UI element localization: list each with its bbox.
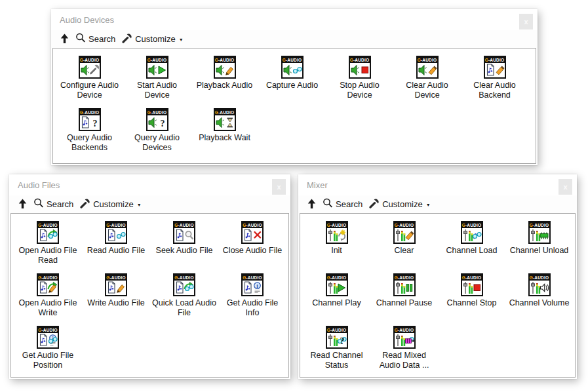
icon-art [106, 228, 126, 243]
up-button[interactable] [57, 32, 72, 47]
palette-item[interactable]: G-AUDIOStop Audio Device [326, 56, 393, 108]
g-audio-banner: G-AUDIO [215, 57, 235, 63]
icon-art [283, 63, 302, 77]
palette-item-label: Clear Audio Device [394, 81, 460, 100]
palette-item[interactable]: G-AUDIOiGet Audio File Info [218, 273, 286, 326]
close-button[interactable]: x [559, 179, 572, 195]
titlebar[interactable]: Mixer x [298, 174, 577, 195]
toolbar: Search Customize ▼ [9, 195, 290, 213]
icon-mixer-loop-spark: G-AUDIO [326, 221, 348, 244]
palette-item[interactable]: G-AUDIO?Query Audio Backends [56, 108, 123, 161]
g-audio-banner: G-AUDIO [174, 275, 194, 281]
icon-art [215, 115, 235, 130]
palette-item[interactable]: G-AUDIOChannel Pause [370, 273, 438, 326]
palette-item[interactable]: G-AUDIOSeek Audio File [150, 221, 218, 273]
svg-text:?: ? [160, 119, 165, 128]
search-button[interactable]: Search [72, 31, 119, 47]
palette-item[interactable]: G-AUDIOPlayback Audio [191, 56, 258, 108]
customize-button[interactable]: Customize ▼ [119, 31, 186, 47]
g-audio-banner: G-AUDIO [283, 57, 302, 63]
titlebar[interactable]: Audio Devices x [51, 9, 538, 30]
window-title: Audio Devices [60, 15, 114, 25]
up-button[interactable] [304, 197, 319, 212]
g-audio-banner: G-AUDIO [147, 109, 167, 115]
toolbar: Search Customize ▼ [51, 30, 538, 48]
palette-item[interactable]: G-AUDIOOpen Audio File Write [14, 273, 82, 326]
palette-item[interactable]: G-AUDIOStart Audio Device [123, 56, 191, 108]
palette-item[interactable]: G-AUDIOChannel Unload [505, 221, 573, 273]
g-audio-banner: G-AUDIO [80, 57, 100, 63]
customize-button[interactable]: Customize ▼ [77, 197, 144, 212]
search-icon [33, 198, 44, 210]
icon-file-info-glasses: G-AUDIOi [37, 326, 59, 349]
palette-item[interactable]: G-AUDIOClear Audio Device [393, 56, 461, 108]
palette-item[interactable]: G-AUDIO?Query Audio Devices [123, 108, 191, 161]
palette-item[interactable]: G-AUDIOCapture Audio [258, 56, 326, 108]
palette-item[interactable]: G-AUDIOChannel Play [303, 273, 370, 326]
customize-label: Customize [135, 34, 175, 44]
palette-item[interactable]: G-AUDIO?Read Channel Status [303, 326, 370, 378]
search-label: Search [88, 34, 115, 44]
palette-item[interactable]: G-AUDIOClear Audio Backend [461, 56, 528, 108]
icon-file-close-x: G-AUDIO [241, 221, 264, 244]
wrench-icon [122, 33, 132, 45]
g-audio-banner: G-AUDIO [174, 222, 194, 228]
palette-item[interactable]: G-AUDIOChannel Load [438, 221, 505, 273]
titlebar[interactable]: Audio Files x [9, 174, 290, 195]
icon-mixer-pause: G-AUDIO [393, 273, 416, 296]
palette-item[interactable]: G-AUDIOInit [303, 221, 370, 273]
close-button[interactable]: x [519, 14, 533, 29]
palette-item[interactable]: G-AUDIOWrite Audio File [82, 273, 150, 326]
g-audio-banner: G-AUDIO [530, 275, 549, 281]
chevron-down-icon: ▼ [137, 203, 142, 207]
icon-mixer-glasses-array: G-AUDIO [393, 326, 416, 349]
palette-item[interactable]: G-AUDIOPlayback Wait [191, 108, 258, 161]
icon-file-eraser: G-AUDIO [484, 56, 506, 79]
palette-item[interactable]: G-AUDIOQuick Load Audio File [150, 273, 218, 326]
palette-item-label: Read Channel Status [304, 351, 370, 370]
icon-file-glasses: G-AUDIO [105, 221, 127, 244]
up-arrow-icon [307, 199, 316, 210]
icon-art: i [38, 333, 58, 347]
palette-item[interactable]: G-AUDIOChannel Stop [438, 273, 505, 326]
palette-item[interactable]: G-AUDIOConfigure Audio Device [56, 56, 123, 108]
palette-item[interactable]: G-AUDIOChannel Volume [505, 273, 573, 326]
g-audio-banner: G-AUDIO [462, 222, 482, 228]
palette-item-label: Channel Stop [447, 298, 497, 308]
palette-item[interactable]: G-AUDIOOpen Audio File Read [14, 221, 82, 273]
palette-item-label: Clear [395, 246, 414, 256]
g-audio-banner: G-AUDIO [38, 222, 58, 228]
search-label: Search [47, 199, 73, 209]
icon-art [395, 333, 414, 347]
icon-art [174, 228, 194, 243]
icon-mixer-notes-glasses: G-AUDIO [461, 221, 483, 244]
icon-file-magnifier: G-AUDIO [173, 221, 195, 244]
g-audio-banner: G-AUDIO [462, 275, 482, 281]
palette-item[interactable]: G-AUDIOClose Audio File [218, 221, 286, 273]
palette-content: G-AUDIOOpen Audio File ReadG-AUDIORead A… [10, 213, 289, 378]
palette-item-label: Init [331, 246, 342, 256]
icon-speaker-question: G-AUDIO? [146, 108, 168, 131]
search-button[interactable]: Search [30, 197, 77, 212]
palette-item[interactable]: G-AUDIOClear [370, 221, 438, 273]
icon-art [530, 281, 549, 295]
g-audio-banner: G-AUDIO [395, 222, 414, 228]
palette-window-mixer: Mixer x Search Customize ▼ G-AUDIOInitG-… [298, 174, 577, 379]
up-button[interactable] [15, 197, 30, 212]
icon-art [530, 228, 549, 243]
palette-content: G-AUDIOInitG-AUDIOClearG-AUDIOChannel Lo… [300, 213, 576, 378]
icon-mixer-ram: G-AUDIO [528, 221, 551, 244]
close-button[interactable]: x [272, 179, 286, 195]
palette-item-label: Capture Audio [266, 81, 318, 90]
palette-item-label: Read Audio File [87, 246, 145, 256]
customize-button[interactable]: Customize ▼ [366, 197, 433, 212]
search-button[interactable]: Search [319, 197, 366, 212]
palette-window-audio-devices: Audio Devices x Search Customize ▼ G-AUD… [51, 9, 538, 165]
palette-item-label: Get Audio File Position [15, 351, 81, 370]
palette-item[interactable]: G-AUDIORead Audio File [82, 221, 150, 273]
search-icon [323, 198, 333, 210]
palette-item[interactable]: G-AUDIORead Mixed Audio Data ... [370, 326, 438, 378]
palette-item[interactable]: G-AUDIOiGet Audio File Position [14, 326, 82, 378]
g-audio-banner: G-AUDIO [38, 275, 58, 281]
palette-item-label: Playback Audio [197, 81, 252, 90]
